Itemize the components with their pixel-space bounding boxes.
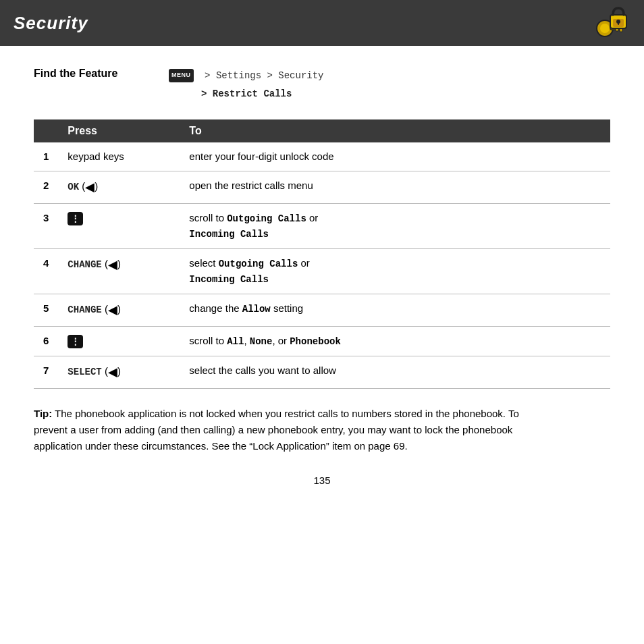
incoming-calls-highlight: Incoming Calls xyxy=(189,229,269,240)
find-feature-section: Find the Feature MENU > Settings > Secur… xyxy=(34,66,610,103)
step-press: keypad keys xyxy=(58,142,180,171)
step-press: ⋮ xyxy=(58,204,180,249)
steps-table: Press To 1 keypad keys enter your four-d… xyxy=(34,119,610,390)
col-header-to: To xyxy=(180,119,610,142)
step-to: scroll to All, None, or Phonebook xyxy=(180,327,610,356)
table-row: 3 ⋮ scroll to Outgoing Calls or Incoming… xyxy=(34,204,610,249)
all-highlight: All xyxy=(227,336,244,347)
scroll-icon-2: ⋮ xyxy=(68,335,83,348)
outgoing-calls-highlight: Outgoing Calls xyxy=(227,213,306,224)
ok-button-label: OK xyxy=(68,182,79,193)
step-number: 6 xyxy=(34,327,58,356)
phone-arrow-icon-2: ◀ xyxy=(108,258,117,271)
tip-label: Tip: xyxy=(34,408,52,419)
step-press: CHANGE (◀) xyxy=(58,249,180,294)
table-row: 7 SELECT (◀) select the calls you want t… xyxy=(34,356,610,389)
change-button-label-2: CHANGE xyxy=(68,305,101,316)
table-row: 2 OK (◀) open the restrict calls menu xyxy=(34,171,610,204)
table-row: 1 keypad keys enter your four-digit unlo… xyxy=(34,142,610,171)
scroll-icon: ⋮ xyxy=(68,212,83,225)
phone-arrow-icon-4: ◀ xyxy=(108,365,117,379)
page-number: 135 xyxy=(34,475,610,486)
phonebook-highlight: Phonebook xyxy=(290,336,341,347)
step-press: CHANGE (◀) xyxy=(58,294,180,327)
col-header-empty xyxy=(34,119,58,142)
step-number: 1 xyxy=(34,142,58,171)
step-number: 7 xyxy=(34,356,58,389)
find-feature-label: Find the Feature xyxy=(34,66,169,80)
tip-text: The phonebook application is not locked … xyxy=(34,408,519,452)
allow-highlight: Allow xyxy=(242,304,271,315)
change-button-label: CHANGE xyxy=(68,260,101,271)
phone-arrow-icon: ◀ xyxy=(85,180,95,194)
page-title: Security xyxy=(14,13,88,34)
page-content: Find the Feature MENU > Settings > Secur… xyxy=(0,46,644,506)
outgoing-calls-highlight-2: Outgoing Calls xyxy=(219,259,298,269)
table-header-row: Press To xyxy=(34,119,610,142)
svg-rect-8 xyxy=(618,22,619,25)
path-restrict-calls: > Restrict Calls xyxy=(201,88,292,99)
step-press: OK (◀) xyxy=(58,171,180,204)
phone-arrow-icon-3: ◀ xyxy=(108,303,117,317)
svg-point-1 xyxy=(600,24,610,33)
path-settings: > Settings > Security xyxy=(199,70,324,81)
step-to: enter your four-digit unlock code xyxy=(180,142,610,171)
incoming-calls-highlight-2: Incoming Calls xyxy=(189,274,269,285)
step-number: 5 xyxy=(34,294,58,327)
step-to: open the restrict calls menu xyxy=(180,171,610,204)
select-button-label: SELECT xyxy=(68,367,101,378)
step-number: 2 xyxy=(34,171,58,204)
step-press: ⋮ xyxy=(58,327,180,356)
step-to: select the calls you want to allow xyxy=(180,356,610,389)
col-header-press: Press xyxy=(58,119,180,142)
table-row: 4 CHANGE (◀) select Outgoing Calls or In… xyxy=(34,249,610,294)
table-row: 5 CHANGE (◀) change the Allow setting xyxy=(34,294,610,327)
none-highlight: None xyxy=(250,336,273,347)
lock-icon xyxy=(590,3,630,43)
table-row: 6 ⋮ scroll to All, None, or Phonebook xyxy=(34,327,610,356)
find-feature-path: MENU > Settings > Security > Restrict Ca… xyxy=(169,66,324,103)
step-to: scroll to Outgoing Calls or Incoming Cal… xyxy=(180,204,610,249)
step-press: SELECT (◀) xyxy=(58,356,180,389)
step-number: 4 xyxy=(34,249,58,294)
page-header: Security xyxy=(0,0,644,46)
step-to: change the Allow setting xyxy=(180,294,610,327)
menu-icon: MENU xyxy=(169,69,194,82)
step-to: select Outgoing Calls or Incoming Calls xyxy=(180,249,610,294)
step-number: 3 xyxy=(34,204,58,249)
tip-section: Tip: The phonebook application is not lo… xyxy=(34,406,520,454)
